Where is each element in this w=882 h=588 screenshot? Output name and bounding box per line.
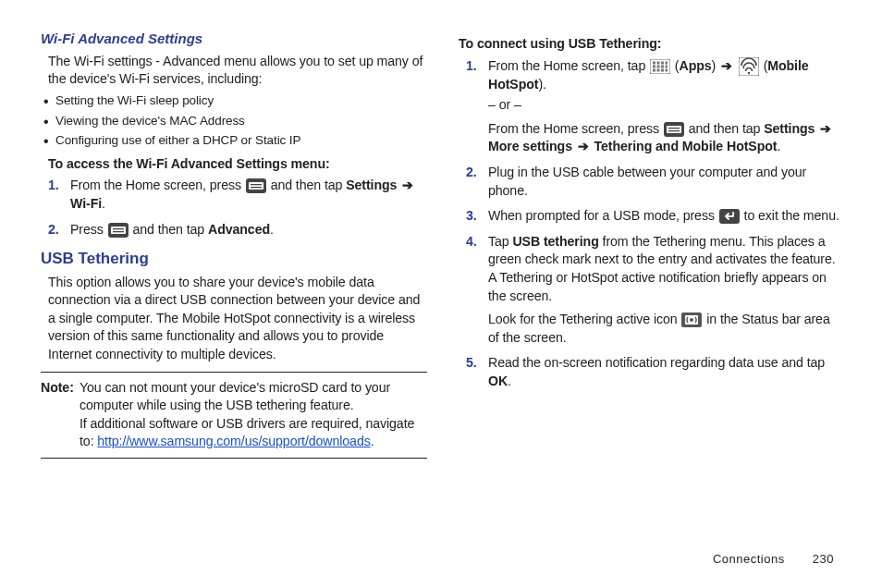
menu-button-icon [664,122,684,137]
step-text: Plug in the USB cable between your compu… [488,165,806,198]
step-item: When prompted for a USB mode, press to e… [486,207,841,226]
step-item: Read the on-screen notification regardin… [486,354,841,390]
page-footer: Connections 230 [713,552,834,566]
svg-rect-25 [668,128,680,129]
step-text: Read the on-screen notification regardin… [488,355,825,370]
step-text: From the Home screen, press [70,178,245,192]
bullet-item: Setting the Wi-Fi sleep policy [41,92,427,110]
svg-rect-26 [668,130,680,131]
svg-rect-19 [661,68,664,71]
label-advanced: Advanced [208,222,270,237]
label-tethering-hotspot: Tethering and Mobile HotSpot [594,139,778,153]
svg-rect-13 [653,65,655,67]
support-link[interactable]: http://www.samsung.com/us/support/downlo… [97,434,370,448]
label-ok: OK [488,374,508,388]
svg-rect-24 [667,126,681,133]
usb-steps-list: From the Home screen, tap (Apps) ➔ [459,57,845,391]
usb-intro-text: This option allows you to share your dev… [41,274,427,364]
step-item: Plug in the USB cable between your compu… [486,164,841,200]
arrow-icon: ➔ [576,139,591,153]
back-button-icon [719,209,740,224]
bullet-item: Configuring use of either a DHCP or Stat… [41,132,427,150]
step-text: Look for the Tethering active icon [488,312,680,326]
note-label: Note: [41,379,74,398]
step-item: From the Home screen, tap (Apps) ➔ [486,57,841,156]
page-container: Wi-Fi Advanced Settings The Wi-Fi settin… [0,0,882,588]
wifi-steps-list: From the Home screen, press and then tap… [41,177,427,239]
step-text: and then tap [271,178,347,192]
step-text: When prompted for a USB mode, press [488,208,718,223]
step-text: From the Home screen, press [488,121,663,136]
tethering-active-icon [681,312,702,327]
access-heading: To access the Wi-Fi Advanced Settings me… [48,155,427,174]
svg-rect-12 [666,61,668,64]
wifi-bullet-list: Setting the Wi-Fi sleep policy Viewing t… [41,92,427,150]
label-settings: Settings [764,121,815,136]
step-text: and then tap [132,222,208,237]
right-column: To connect using USB Tethering: From the… [459,30,845,570]
or-divider: – or – [488,96,841,115]
note-period: . [371,434,374,448]
svg-rect-11 [661,61,664,64]
svg-rect-3 [251,187,262,188]
label-settings: Settings [346,178,397,192]
left-column: Wi-Fi Advanced Settings The Wi-Fi settin… [41,30,427,570]
label-more-settings: More settings [488,139,572,153]
step-text: From the Home screen, tap [488,58,649,73]
menu-button-icon [108,223,129,238]
step-item: From the Home screen, press and then tap… [68,177,423,213]
note-line1: You can not mount your device's microSD … [80,380,390,413]
step-text: to exit the menu. [744,208,839,223]
note-block: Note: You can not mount your device's mi… [41,372,427,459]
wifi-intro-text: The Wi-Fi settings - Advanced menu allow… [41,53,427,89]
svg-rect-9 [653,61,655,64]
svg-rect-5 [111,227,126,234]
svg-rect-2 [251,184,262,185]
step-item: Press and then tap Advanced. [68,221,423,239]
svg-rect-17 [653,68,655,71]
arrow-icon: ➔ [400,178,415,192]
hotspot-icon [739,57,759,76]
heading-wifi-advanced: Wi-Fi Advanced Settings [41,30,427,49]
step-text: and then tap [689,121,765,136]
step-text: . [508,374,511,388]
bullet-item: Viewing the device's MAC Address [41,113,427,130]
step-text: Press [70,222,107,237]
svg-rect-15 [661,65,664,67]
step-text: Tap [488,234,512,249]
label-usb-tethering: USB tethering [512,234,598,249]
svg-rect-10 [657,61,660,64]
svg-rect-1 [249,182,263,190]
page-number: 230 [813,552,834,566]
apps-grid-icon [650,59,670,74]
svg-rect-7 [113,231,124,232]
footer-section: Connections [713,552,785,566]
svg-point-22 [748,71,750,73]
svg-rect-14 [657,65,660,67]
label-apps: Apps [680,58,712,73]
heading-usb-tethering: USB Tethering [41,248,427,269]
step-item: Tap USB tethering from the Tethering men… [486,233,841,348]
label-wifi: Wi-Fi [70,196,102,211]
connect-heading: To connect using USB Tethering: [459,35,845,54]
svg-rect-18 [657,68,660,71]
arrow-icon: ➔ [719,58,734,73]
arrow-icon: ➔ [818,121,833,136]
svg-rect-20 [666,68,668,71]
svg-rect-16 [666,65,668,67]
svg-rect-6 [113,228,124,229]
menu-button-icon [246,178,266,193]
svg-point-30 [690,318,693,322]
